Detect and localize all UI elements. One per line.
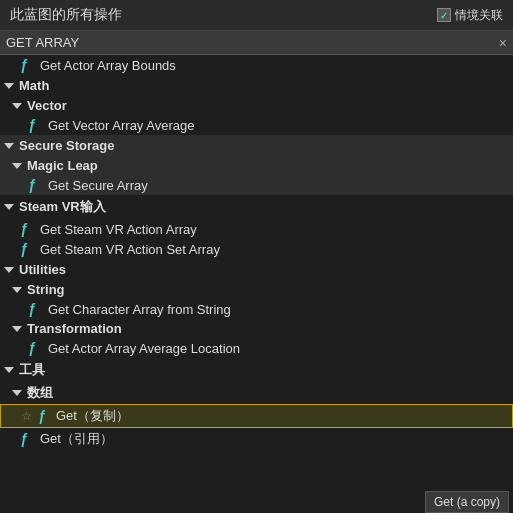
list-item-get-ref[interactable]: ƒ Get（引用）	[0, 428, 513, 450]
tooltip-label: Get (a copy)	[434, 495, 500, 509]
list-item[interactable]: ƒ Get Actor Array Bounds	[0, 55, 513, 75]
category-steamvr[interactable]: Steam VR输入	[0, 195, 513, 219]
header: 此蓝图的所有操作 ✓ 情境关联	[0, 0, 513, 31]
panel-title: 此蓝图的所有操作	[10, 6, 122, 24]
expand-icon	[4, 367, 14, 373]
list-item[interactable]: ƒ Get Steam VR Action Array	[0, 219, 513, 239]
category-tools[interactable]: 工具	[0, 358, 513, 382]
list-item[interactable]: ƒ Get Character Array from String	[0, 299, 513, 319]
category-math[interactable]: Math	[0, 75, 513, 96]
category-secure-storage[interactable]: Secure Storage	[0, 135, 513, 156]
list-item-secure-array[interactable]: ƒ Get Secure Array	[0, 175, 513, 195]
list-item[interactable]: ƒ Get Steam VR Action Set Array	[0, 239, 513, 259]
expand-icon	[12, 390, 22, 396]
subcategory-label: Transformation	[27, 321, 122, 336]
subcategory-vector[interactable]: Vector	[0, 96, 513, 115]
item-label: Get Vector Array Average	[48, 118, 194, 133]
expand-icon	[12, 326, 22, 332]
category-label: Steam VR输入	[19, 198, 106, 216]
func-icon: ƒ	[28, 340, 42, 356]
expand-icon	[4, 204, 14, 210]
item-label: Get Steam VR Action Set Array	[40, 242, 220, 257]
clear-button[interactable]: ×	[499, 36, 507, 50]
category-utilities[interactable]: Utilities	[0, 259, 513, 280]
context-label: 情境关联	[455, 7, 503, 24]
item-label: Get（复制）	[56, 407, 129, 425]
item-label: Get Secure Array	[48, 178, 148, 193]
func-icon: ƒ	[20, 221, 34, 237]
expand-icon	[4, 267, 14, 273]
item-label: Get Steam VR Action Array	[40, 222, 197, 237]
category-label: 工具	[19, 361, 45, 379]
subcategory-string[interactable]: String	[0, 280, 513, 299]
expand-icon	[12, 163, 22, 169]
search-input[interactable]	[6, 35, 493, 50]
expand-icon	[12, 287, 22, 293]
subcategory-label: String	[27, 282, 65, 297]
subcategory-magic-leap[interactable]: Magic Leap	[0, 156, 513, 175]
item-label: Get Character Array from String	[48, 302, 231, 317]
subcategory-transformation[interactable]: Transformation	[0, 319, 513, 338]
expand-icon	[12, 103, 22, 109]
list-item[interactable]: ƒ Get Vector Array Average	[0, 115, 513, 135]
search-bar: ×	[0, 31, 513, 55]
tooltip: Get (a copy)	[425, 491, 509, 513]
func-icon: ƒ	[20, 57, 34, 73]
func-icon: ƒ	[28, 301, 42, 317]
expand-icon	[4, 143, 14, 149]
list-area[interactable]: ƒ Get Actor Array Bounds Math Vector ƒ G…	[0, 55, 513, 513]
func-icon: ƒ	[38, 408, 52, 424]
category-label: Secure Storage	[19, 138, 114, 153]
star-icon: ☆	[21, 409, 32, 423]
func-icon: ƒ	[20, 431, 34, 447]
func-icon: ƒ	[20, 241, 34, 257]
context-checkbox[interactable]: ✓	[437, 8, 451, 22]
subcategory-array[interactable]: 数组	[0, 382, 513, 404]
item-label: Get Actor Array Average Location	[48, 341, 240, 356]
subcategory-label: Magic Leap	[27, 158, 98, 173]
subcategory-label: Vector	[27, 98, 67, 113]
category-label: Utilities	[19, 262, 66, 277]
func-icon: ƒ	[28, 117, 42, 133]
context-link[interactable]: ✓ 情境关联	[437, 7, 503, 24]
list-item-get-copy[interactable]: ☆ ƒ Get（复制）	[0, 404, 513, 428]
subcategory-label: 数组	[27, 384, 53, 402]
expand-icon	[4, 83, 14, 89]
category-label: Math	[19, 78, 49, 93]
item-label: Get Actor Array Bounds	[40, 58, 176, 73]
main-panel: 此蓝图的所有操作 ✓ 情境关联 × ƒ Get Actor Array Boun…	[0, 0, 513, 513]
item-label: Get（引用）	[40, 430, 113, 448]
func-icon: ƒ	[28, 177, 42, 193]
list-item[interactable]: ƒ Get Actor Array Average Location	[0, 338, 513, 358]
